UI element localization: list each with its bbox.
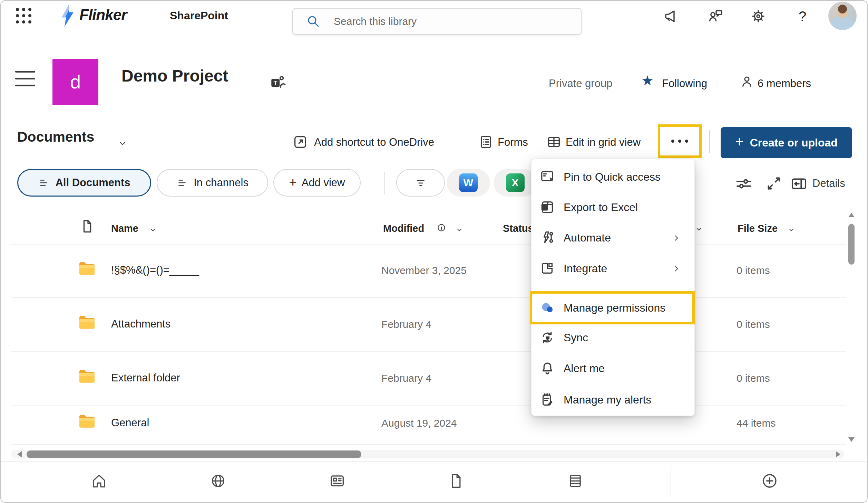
app-launcher-waffle-icon[interactable] <box>16 8 32 24</box>
menu-item-alert-me[interactable]: Alert me <box>539 353 684 383</box>
menu-item-pin-to-quick-access[interactable]: Pin to Quick access <box>539 162 684 192</box>
row-file-size: 0 items <box>737 372 770 384</box>
feedback-button[interactable] <box>707 8 724 25</box>
chevron-down-icon[interactable] <box>787 225 796 234</box>
submenu-chevron-right-icon <box>672 234 681 243</box>
menu-item-label: Integrate <box>564 262 607 275</box>
brand-logo-text: Flinker <box>79 6 127 23</box>
menu-item-manage-my-alerts[interactable]: Manage my alerts <box>539 385 684 415</box>
gear-icon <box>750 8 767 25</box>
folder-icon <box>78 413 96 429</box>
scroll-right-arrow-icon[interactable] <box>836 451 840 457</box>
details-label[interactable]: Details <box>812 177 845 190</box>
row-name[interactable]: Attachments <box>111 318 170 330</box>
row-name[interactable]: General <box>111 417 149 429</box>
row-modified: February 4 <box>381 372 431 384</box>
list-lines-icon <box>38 177 50 189</box>
column-header-modified[interactable]: Modified <box>383 223 424 234</box>
privacy-label: Private group <box>549 77 612 90</box>
members-label[interactable]: 6 members <box>758 77 811 90</box>
nav-lists-button[interactable] <box>566 471 585 491</box>
settings-button[interactable] <box>750 8 767 25</box>
menu-item-sync[interactable]: Sync <box>539 322 684 353</box>
menu-item-label: Automate <box>564 231 611 244</box>
excel-export-icon: X <box>539 199 555 215</box>
menu-item-label: Sync <box>564 331 588 344</box>
library-title[interactable]: Documents <box>17 129 94 145</box>
nav-news-button[interactable] <box>328 471 347 491</box>
forms-button[interactable] <box>478 134 494 151</box>
row-name[interactable]: !§$%&()=()=_____ <box>111 264 199 276</box>
add-view-button[interactable]: + Add view <box>273 169 361 197</box>
more-actions-button[interactable] <box>658 124 702 158</box>
nav-sites-button[interactable] <box>208 471 228 491</box>
search-input[interactable] <box>333 15 548 28</box>
edit-grid-view-label[interactable]: Edit in grid view <box>566 136 641 149</box>
vertical-scrollbar-thumb[interactable] <box>848 224 855 265</box>
column-header-file-size[interactable]: File Size <box>738 223 778 234</box>
expand-diagonal-icon <box>765 174 783 192</box>
following-star-icon[interactable]: ★ <box>641 73 654 88</box>
menu-item-label: Export to Excel <box>564 201 638 214</box>
column-header-status[interactable]: Status <box>503 223 534 234</box>
row-name[interactable]: External folder <box>111 372 180 384</box>
excel-icon: X <box>506 173 525 192</box>
menu-item-export-to-excel[interactable]: X Export to Excel <box>539 192 684 222</box>
plus-icon: + <box>735 135 744 149</box>
folder-icon <box>78 314 96 330</box>
person-feedback-icon <box>707 8 724 25</box>
user-avatar[interactable] <box>828 2 857 30</box>
scroll-down-arrow-icon[interactable] <box>848 437 855 442</box>
members-person-icon <box>739 74 754 89</box>
filter-views-button[interactable] <box>396 169 445 197</box>
horizontal-scrollbar-thumb[interactable] <box>27 450 361 458</box>
menu-item-label: Manage permissions <box>564 302 665 314</box>
add-shortcut-label[interactable]: Add shortcut to OneDrive <box>314 136 434 149</box>
scroll-left-arrow-icon[interactable] <box>17 451 22 457</box>
details-pane-button[interactable] <box>790 174 808 194</box>
scroll-up-arrow-icon[interactable] <box>848 213 855 217</box>
following-label[interactable]: Following <box>662 77 707 90</box>
nav-home-button[interactable] <box>89 471 109 491</box>
view-settings-button[interactable] <box>734 174 753 194</box>
row-file-size: 0 items <box>737 265 770 276</box>
chevron-down-icon[interactable] <box>148 225 157 234</box>
menu-item-integrate[interactable]: Integrate <box>539 253 684 284</box>
create-or-upload-button[interactable]: + Create or upload <box>721 127 852 158</box>
news-icon <box>328 472 346 490</box>
document-type-column-icon[interactable] <box>79 218 95 234</box>
view-pill-all-documents[interactable]: All Documents <box>17 169 151 197</box>
help-button[interactable]: ? <box>794 8 811 25</box>
toolbar-divider <box>709 130 710 153</box>
list-lines-icon <box>176 177 189 189</box>
product-name: SharePoint <box>170 9 228 22</box>
hamburger-menu-icon[interactable] <box>15 71 35 87</box>
forms-label[interactable]: Forms <box>498 136 528 149</box>
fullscreen-button[interactable] <box>765 174 783 194</box>
word-icon: W <box>459 173 478 192</box>
site-logo[interactable]: d <box>52 59 98 105</box>
menu-item-label: Pin to Quick access <box>564 171 661 183</box>
menu-item-label: Manage my alerts <box>564 393 651 406</box>
nav-create-button[interactable] <box>760 471 779 491</box>
folder-icon <box>78 368 96 384</box>
library-chevron-down-icon[interactable] <box>117 138 128 149</box>
menu-item-automate[interactable]: Automate <box>539 222 684 253</box>
menu-item-manage-permissions[interactable]: Manage permissions <box>530 291 695 324</box>
view-pill-in-channels[interactable]: In channels <box>157 169 268 197</box>
column-header-name[interactable]: Name <box>111 223 138 234</box>
edit-grid-view-button[interactable] <box>546 134 562 151</box>
info-icon[interactable] <box>436 222 447 233</box>
word-app-button[interactable]: W <box>447 169 490 197</box>
excel-app-button[interactable]: X <box>494 169 537 197</box>
chevron-down-icon[interactable] <box>455 225 464 234</box>
nav-pages-button[interactable] <box>447 471 466 491</box>
announcements-button[interactable] <box>663 8 681 25</box>
bottombar-divider <box>671 466 671 497</box>
search-box[interactable] <box>292 8 582 35</box>
row-file-size: 0 items <box>737 319 770 330</box>
row-divider <box>11 444 846 445</box>
chevron-down-icon[interactable] <box>694 225 703 234</box>
add-shortcut-button[interactable] <box>292 134 308 151</box>
bell-icon <box>539 360 555 376</box>
